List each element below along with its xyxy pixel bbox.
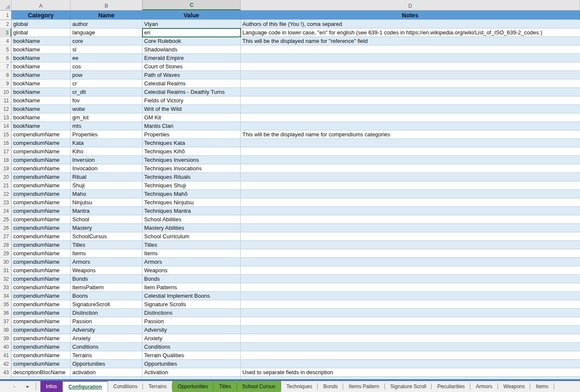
cell-name[interactable]: mts [71,122,142,130]
cell-name[interactable]: Mantra [71,207,142,215]
cell-notes[interactable] [241,317,580,326]
cell-name[interactable]: Kata [71,139,142,147]
cell-value[interactable]: Activation [142,368,241,377]
column-header-d[interactable]: D [241,0,580,10]
cell-name[interactable]: pow [71,71,142,79]
cell-notes[interactable] [241,173,580,181]
cell-category[interactable]: bookName [11,96,71,105]
sheet-tab-signature-scroll[interactable]: Signature Scroll [385,381,432,392]
cell-notes[interactable] [241,105,580,113]
row-number[interactable]: 19 [0,164,11,173]
cell-name[interactable]: Kiho [71,147,142,156]
cell-value[interactable]: Mantis Clan [142,122,241,130]
cell-notes[interactable]: Used to separate fields in description [241,368,580,377]
row-number[interactable]: 34 [0,292,11,300]
row-number[interactable]: 29 [0,249,11,258]
cell-notes[interactable] [241,113,580,122]
cell-name[interactable]: Armors [71,258,142,266]
sheet-tab-school-cursus[interactable]: School Cursus [237,381,281,392]
cell-name[interactable]: SchoolCursus [71,232,142,241]
cell-category[interactable]: bookName [11,71,71,79]
cell-value[interactable]: Opportunities [142,360,241,368]
cell-name[interactable]: SignatureScroll [71,300,142,309]
cell-value[interactable]: Titles [142,241,241,249]
cell-value[interactable]: Vlyan [142,20,241,28]
cell-name[interactable]: Items [71,249,142,258]
cell-notes[interactable] [241,300,580,309]
cell-notes[interactable]: Language code in lower case, "en" for en… [241,28,580,37]
cell-category[interactable]: compendiumName [11,215,71,224]
cell-category[interactable]: bookName [11,88,71,96]
cell-name[interactable]: cr [71,79,142,88]
cell-notes[interactable] [241,156,580,164]
cell-name[interactable]: Anxiety [71,334,142,343]
header-notes[interactable]: Notes [241,11,580,20]
cell-value[interactable]: Writ of the Wild [142,105,241,113]
cell-name[interactable]: Passion [71,317,142,326]
cell-category[interactable]: compendiumName [11,173,71,181]
cell-name[interactable]: fov [71,96,142,105]
cell-value[interactable]: Distinctions [142,309,241,317]
cell-category[interactable]: compendiumName [11,309,71,317]
cell-name[interactable]: Distinction [71,309,142,317]
header-name[interactable]: Name [71,11,142,20]
row-number[interactable]: 12 [0,105,11,113]
cell-notes[interactable] [241,334,580,343]
sheet-tab-infos[interactable]: Infos [40,381,63,392]
sheet-tab-terrains[interactable]: Terrains [143,381,172,392]
cell-value[interactable]: GM Kit [142,113,241,122]
cell-category[interactable]: bookName [11,54,71,62]
cell-category[interactable]: bookName [11,62,71,71]
cell-value[interactable]: Celestial Realms - Deathly Turns [142,88,241,96]
cell-value[interactable]: Armors [142,258,241,266]
cell-notes[interactable] [241,54,580,62]
cell-category[interactable]: bookName [11,37,71,45]
cell-notes[interactable] [241,45,580,54]
cell-name[interactable]: cos [71,62,142,71]
cell-value[interactable]: Items [142,249,241,258]
cell-notes[interactable] [241,309,580,317]
row-number[interactable]: 11 [0,96,11,105]
selected-cell[interactable]: en [142,28,241,37]
sheet-tab-weapons[interactable]: Weapons [498,381,530,392]
cell-category[interactable]: bookName [11,105,71,113]
cell-value[interactable]: Celestial Realms [142,79,241,88]
cell-category[interactable]: compendiumName [11,164,71,173]
cell-name[interactable]: Ninjutsu [71,198,142,207]
cell-value[interactable]: Techniques Invocations [142,164,241,173]
row-number[interactable]: 21 [0,181,11,190]
row-number[interactable]: 10 [0,88,11,96]
row-number[interactable]: 30 [0,258,11,266]
cell-notes[interactable]: This will be the displayed name for comp… [241,130,580,139]
cell-category[interactable]: compendiumName [11,147,71,156]
cell-name[interactable]: ee [71,54,142,62]
cell-notes[interactable] [241,241,580,249]
cell-name[interactable]: gm_kit [71,113,142,122]
cell-category[interactable]: bookName [11,122,71,130]
row-number[interactable]: 28 [0,241,11,249]
cell-name[interactable]: ItemsPattern [71,283,142,292]
cell-category[interactable]: compendiumName [11,300,71,309]
cell-notes[interactable] [241,351,580,360]
cell-category[interactable]: compendiumName [11,283,71,292]
cell-name[interactable]: Conditions [71,343,142,351]
cell-name[interactable]: Invocation [71,164,142,173]
sheet-tab-techniques[interactable]: Techniques [281,381,318,392]
cell-name[interactable]: Bonds [71,275,142,283]
cell-notes[interactable] [241,139,580,147]
cell-name[interactable]: Mastery [71,224,142,232]
cell-notes[interactable]: This will be the displayed name for "ref… [241,37,580,45]
header-category[interactable]: Category [11,11,71,20]
cell-name[interactable]: Ritual [71,173,142,181]
cell-category[interactable]: global [11,28,71,37]
cell-value[interactable]: Techniques Mantra [142,207,241,215]
sheet-tab-items-pattern[interactable]: Items Pattern [343,381,384,392]
cell-category[interactable]: compendiumName [11,360,71,368]
sheet-tab-titles[interactable]: Titles [213,381,236,392]
cell-name[interactable]: author [71,20,142,28]
cell-name[interactable]: core [71,37,142,45]
cell-notes[interactable] [241,326,580,334]
column-header-c[interactable]: C [142,0,241,10]
row-number[interactable]: 7 [0,62,11,71]
cell-notes[interactable] [241,343,580,351]
